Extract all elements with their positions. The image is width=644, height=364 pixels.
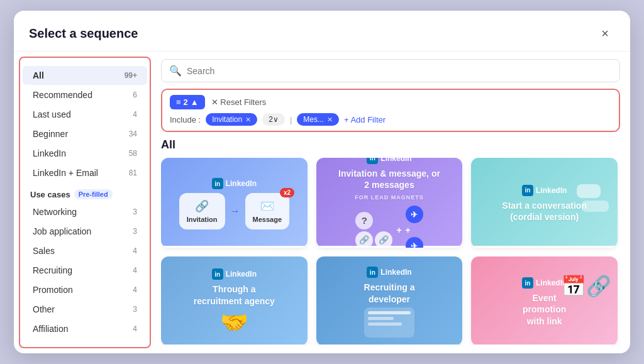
sidebar-item-promotion[interactable]: Promotion 4 <box>23 280 147 299</box>
card-footer-5: Recruiting IT profiles (funny approach) … <box>316 345 463 346</box>
search-bar: 🔍 <box>161 59 620 82</box>
reset-filters-button[interactable]: ✕ Reset Filters <box>211 97 267 107</box>
card-visual-4: in LinkedIn Through arecruitment agency … <box>161 256 308 345</box>
filter-tag-invitation[interactable]: Invitation ✕ <box>206 113 257 126</box>
linkedin-badge-3: in LinkedIn <box>522 185 567 196</box>
sidebar-item-linkedin[interactable]: LinkedIn 58 <box>23 144 147 163</box>
sidebar-item-affiliation[interactable]: Affiliation 4 <box>23 319 147 338</box>
use-cases-section: Use cases Pre-filled <box>20 183 150 202</box>
cards-grid: in LinkedIn 🔗 Invitation → ✉️ Messag <box>161 158 620 346</box>
modal: Select a sequence × All 99+ Recommended … <box>14 11 630 353</box>
card-start-conversation[interactable]: in LinkedIn Start a conversation(cordial… <box>471 158 618 248</box>
sidebar-label-other: Other <box>33 304 55 314</box>
filter-bar: ≡ 2 ▲ ✕ Reset Filters Include : Invitati… <box>161 89 620 132</box>
invitation-node: 🔗 Invitation <box>179 193 225 229</box>
sidebar-label-recruiting: Recruiting <box>33 265 72 275</box>
modal-title: Select a sequence <box>29 26 138 41</box>
sidebar-badge-last-used: 4 <box>133 110 137 119</box>
linkedin-text-5: LinkedIn <box>380 268 411 277</box>
sidebar-item-networking[interactable]: Networking 3 <box>23 202 147 221</box>
sidebar-badge-recruiting: 4 <box>133 266 137 275</box>
sidebar-label-promotion: Promotion <box>33 285 73 295</box>
linkedin-badge-6: in LinkedIn <box>522 277 567 289</box>
filter-tag-mes[interactable]: Mes... ✕ <box>297 113 339 126</box>
sidebar-item-beginner[interactable]: Beginner 34 <box>23 124 147 143</box>
sidebar-label-job-application: Job application <box>33 226 91 236</box>
flow-arrow: → <box>230 206 240 217</box>
linkedin-logo-1: in <box>212 178 223 189</box>
card-footer-1: Invitation + 2 Messages Lvl.1 <box>161 246 308 248</box>
event-headline: Eventpromotionwith link <box>523 292 566 327</box>
sidebar-item-job-application[interactable]: Job application 3 <box>23 222 147 241</box>
sidebar-item-sales[interactable]: Sales 4 <box>23 241 147 260</box>
filter-tag-2v[interactable]: 2∨ <box>262 113 285 126</box>
linkedin-logo-6: in <box>522 277 533 289</box>
card-elysium[interactable]: in LinkedIn Invitation & message, or2 me… <box>316 158 463 248</box>
sidebar-badge-linkedin-email: 81 <box>129 168 137 177</box>
sidebar-label-networking: Networking <box>33 207 77 217</box>
linkedin-text-2: LinkedIn <box>380 158 411 163</box>
dev-window-icon <box>364 307 414 338</box>
invitation-label: Invitation <box>187 216 218 223</box>
sidebar-badge-beginner: 34 <box>129 130 137 138</box>
conversation-headline: Start a conversation(cordial version) <box>502 200 587 223</box>
flow-nodes: 🔗 Invitation → ✉️ Message x2 <box>179 193 289 229</box>
sidebar-item-all[interactable]: All 99+ <box>23 66 147 85</box>
filter-tag-2v-label: 2∨ <box>269 115 279 124</box>
add-filter-button[interactable]: + Add Filter <box>344 115 386 124</box>
filter-separator: | <box>290 115 292 124</box>
sidebar-badge-all: 99+ <box>125 71 137 80</box>
sidebar-label-affiliation: Affiliation <box>33 324 69 334</box>
linkedin-badge-4: in LinkedIn <box>212 268 257 280</box>
modal-header: Select a sequence × <box>14 11 630 52</box>
sidebar-item-other[interactable]: Other 3 <box>23 300 147 319</box>
filter-icon: ≡ <box>176 97 181 107</box>
linkedin-badge-1: in LinkedIn <box>212 178 257 189</box>
search-input[interactable] <box>187 66 612 76</box>
svg-rect-0 <box>577 184 601 198</box>
sidebar-item-linkedin-email[interactable]: LinkedIn + Email 81 <box>23 163 147 182</box>
card-recruitment-agency[interactable]: in LinkedIn Through arecruitment agency … <box>161 256 308 346</box>
sidebar-badge-networking: 3 <box>133 207 137 216</box>
filter-tag-mes-remove[interactable]: ✕ <box>327 116 333 124</box>
sidebar-label-sales: Sales <box>33 246 55 256</box>
svg-rect-1 <box>582 201 609 212</box>
card-invitation-messages[interactable]: in LinkedIn 🔗 Invitation → ✉️ Messag <box>161 158 308 248</box>
send-icon-1: ✈ <box>406 206 423 223</box>
search-icon: 🔍 <box>169 65 182 77</box>
sidebar-label-recommended: Recommended <box>33 90 92 100</box>
card-visual-1: in LinkedIn 🔗 Invitation → ✉️ Messag <box>161 158 308 246</box>
filter-bottom-row: Include : Invitation ✕ 2∨ | Mes... ✕ + A… <box>170 113 611 126</box>
message-icon: ✉️ <box>260 199 274 213</box>
card-recruiting-developer[interactable]: in LinkedIn Recruiting adeveloper Recrui… <box>316 256 463 346</box>
sidebar-badge-affiliation: 4 <box>133 324 137 333</box>
filter-count-button[interactable]: ≡ 2 ▲ <box>170 95 205 109</box>
card-footer-3: Start a conversation (formal) Lvl.1 <box>471 246 618 248</box>
developer-headline: Recruiting adeveloper <box>364 282 415 304</box>
link-icon-1: 🔗 <box>355 231 373 248</box>
pre-filled-badge: Pre-filled <box>74 189 113 199</box>
x2-badge: x2 <box>280 188 294 197</box>
use-cases-label: Use cases <box>30 190 70 199</box>
sidebar-badge-promotion: 4 <box>133 285 137 294</box>
sidebar-item-recruiting[interactable]: Recruiting 4 <box>23 261 147 280</box>
sidebar-item-last-used[interactable]: Last used 4 <box>23 105 147 124</box>
linkedin-text-3: LinkedIn <box>536 186 567 195</box>
filter-top-row: ≡ 2 ▲ ✕ Reset Filters <box>170 95 611 109</box>
filter-tag-invitation-remove[interactable]: ✕ <box>245 116 251 124</box>
message-label: Message <box>253 216 282 223</box>
close-button[interactable]: × <box>595 23 615 43</box>
filter-chevron-icon: ▲ <box>191 97 199 107</box>
sidebar-badge-job-application: 3 <box>133 227 137 236</box>
card-footer-6: Event promotion Lvl.2 <box>471 345 618 346</box>
sidebar-item-recommended[interactable]: Recommended 6 <box>23 85 147 104</box>
sidebar-badge-sales: 4 <box>133 246 137 255</box>
section-title: All <box>161 138 620 152</box>
card-event-promotion[interactable]: in LinkedIn Eventpromotionwith link 📅🔗 E… <box>471 256 618 346</box>
sidebar-badge-recommended: 6 <box>133 91 137 99</box>
sidebar-label-all: All <box>33 70 44 80</box>
send-icon-2: ✈ <box>406 237 423 247</box>
sidebar-badge-other: 3 <box>133 305 137 314</box>
linkedin-text-1: LinkedIn <box>226 179 257 188</box>
card-footer-4: Job seeker hunting (by a recruitment Lvl… <box>161 345 308 346</box>
